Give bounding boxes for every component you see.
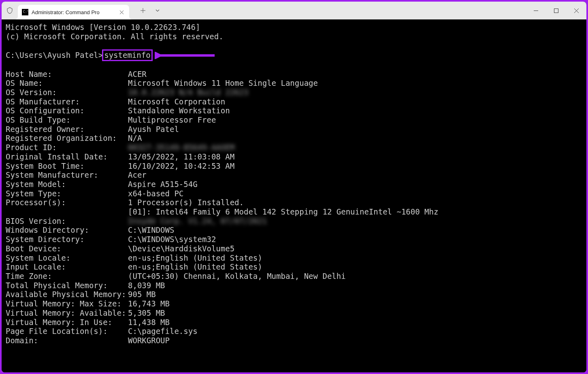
window-controls — [526, 2, 586, 19]
row-label: OS Version: — [6, 88, 128, 97]
output-row: Page File Location(s):C:\pagefile.sys — [6, 327, 582, 336]
row-value: x64-based PC — [128, 189, 183, 198]
output-row: BIOS Version:Insyde Corp. V1.24, 07/07/2… — [6, 217, 582, 226]
row-label: OS Build Type: — [6, 115, 128, 125]
output-row: Registered Owner:Ayush Patel — [6, 125, 582, 134]
output-row: OS Version:10.0.22623 N/A Build 22623 — [6, 88, 582, 97]
row-label: Original Install Date: — [6, 152, 128, 162]
tab-dropdown-button[interactable] — [151, 4, 164, 17]
row-value: en-us;English (United States) — [128, 262, 262, 272]
header-line: Microsoft Windows [Version 10.0.22623.74… — [6, 23, 582, 32]
row-label: Domain: — [6, 336, 128, 345]
row-value: ACER — [128, 70, 147, 79]
row-value: C:\pagefile.sys — [128, 327, 198, 336]
output-row: Virtual Memory: Available:5,305 MB — [6, 308, 582, 318]
output-row: Product ID:00327-35149-85649-AAOEM — [6, 143, 582, 152]
prompt-text: C:\Users\Ayush Patel> — [6, 51, 103, 60]
row-label — [6, 207, 128, 217]
output-row: System Manufacturer:Acer — [6, 170, 582, 180]
row-label: OS Configuration: — [6, 106, 128, 115]
row-value: Standalone Workstation — [128, 106, 230, 115]
row-label: System Locale: — [6, 253, 128, 263]
output-row: Registered Organization:N/A — [6, 134, 582, 143]
output-row: Time Zone:(UTC+05:30) Chennai, Kolkata, … — [6, 272, 582, 281]
svg-text:C:\: C:\ — [23, 10, 28, 14]
row-value: (UTC+05:30) Chennai, Kolkata, Mumbai, Ne… — [128, 272, 346, 281]
output-row: Domain:WORKGROUP — [6, 336, 582, 345]
output-row: OS Manufacturer:Microsoft Corporation — [6, 97, 582, 106]
blank-line — [6, 60, 582, 70]
row-label: Registered Organization: — [6, 134, 128, 143]
output-row: OS Build Type:Multiprocessor Free — [6, 115, 582, 125]
row-label: Processor(s): — [6, 198, 128, 207]
output-row: Virtual Memory: In Use:11,438 MB — [6, 318, 582, 327]
row-value: en-us;English (United States) — [128, 253, 262, 263]
terminal-content[interactable]: Microsoft Windows [Version 10.0.22623.74… — [2, 19, 586, 372]
row-value: Aspire A515-54G — [128, 180, 198, 189]
maximize-button[interactable] — [546, 2, 566, 19]
row-label: Time Zone: — [6, 272, 128, 281]
row-label: Virtual Memory: Max Size: — [6, 299, 128, 308]
row-value: 5,305 MB — [128, 308, 165, 318]
row-label: Registered Owner: — [6, 125, 128, 134]
row-value: 1 Processor(s) Installed. — [128, 198, 244, 207]
row-value: 8,039 MB — [128, 281, 165, 290]
row-value: 905 MB — [128, 290, 156, 299]
row-value: 13/05/2022, 11:03:08 AM — [128, 152, 234, 162]
output-row: Total Physical Memory:8,039 MB — [6, 281, 582, 290]
row-label: BIOS Version: — [6, 217, 128, 226]
output-row: OS Configuration:Standalone Workstation — [6, 106, 582, 115]
row-label: System Boot Time: — [6, 162, 128, 171]
row-value: [01]: Intel64 Family 6 Model 142 Steppin… — [128, 207, 438, 217]
output-row: Boot Device:\Device\HarddiskVolume5 — [6, 244, 582, 253]
output-row: System Directory:C:\WINDOWS\system32 — [6, 235, 582, 244]
row-label: Host Name: — [6, 70, 128, 79]
terminal-window: C:\ Administrator: Command Pro — [2, 2, 586, 372]
row-label: Windows Directory: — [6, 225, 128, 235]
output-row: System Boot Time:16/10/2022, 10:42:53 AM — [6, 162, 582, 171]
row-label: System Directory: — [6, 235, 128, 244]
row-value: 00327-35149-85649-AAOEM — [128, 143, 234, 152]
titlebar: C:\ Administrator: Command Pro — [2, 2, 586, 19]
row-value: Ayush Patel — [128, 125, 179, 134]
row-label: OS Manufacturer: — [6, 97, 128, 106]
svg-rect-2 — [554, 8, 558, 13]
output-row: OS Name:Microsoft Windows 11 Home Single… — [6, 79, 582, 88]
active-tab[interactable]: C:\ Administrator: Command Pro — [18, 5, 129, 19]
new-tab-button[interactable] — [136, 4, 149, 17]
output-row: Processor(s):1 Processor(s) Installed. — [6, 198, 582, 207]
row-value: \Device\HarddiskVolume5 — [128, 244, 234, 253]
row-label: Boot Device: — [6, 244, 128, 253]
row-label: OS Name: — [6, 79, 128, 88]
row-value: Microsoft Corporation — [128, 97, 225, 106]
row-value: N/A — [128, 134, 142, 143]
terminal-icon: C:\ — [22, 9, 28, 15]
output-row: Available Physical Memory:905 MB — [6, 290, 582, 299]
output-row: Virtual Memory: Max Size:16,743 MB — [6, 299, 582, 308]
output-row: System Locale:en-us;English (United Stat… — [6, 253, 582, 263]
systeminfo-output: Host Name:ACEROS Name:Microsoft Windows … — [6, 70, 582, 345]
row-value: Acer — [128, 170, 147, 180]
row-value: WORKGROUP — [128, 336, 170, 345]
output-row: System Model:Aspire A515-54G — [6, 180, 582, 189]
blank-line — [6, 41, 582, 50]
output-row: System Type:x64-based PC — [6, 189, 582, 198]
output-row: Windows Directory:C:\WINDOWS — [6, 225, 582, 235]
row-label: Product ID: — [6, 143, 128, 152]
row-label: System Manufacturer: — [6, 170, 128, 180]
command-highlight: systeminfo — [102, 49, 152, 61]
output-row: [01]: Intel64 Family 6 Model 142 Steppin… — [6, 207, 582, 217]
row-value: C:\WINDOWS — [128, 225, 174, 235]
row-value: C:\WINDOWS\system32 — [128, 235, 216, 244]
row-value: Multiprocessor Free — [128, 115, 216, 125]
tab-close-button[interactable] — [118, 8, 125, 16]
tab-actions — [129, 4, 164, 17]
row-value: 11,438 MB — [128, 318, 170, 327]
minimize-button[interactable] — [526, 2, 546, 19]
row-value: 16,743 MB — [128, 299, 170, 308]
prompt-line: C:\Users\Ayush Patel>systeminfo — [6, 50, 582, 60]
row-value: 16/10/2022, 10:42:53 AM — [128, 162, 234, 171]
row-label: Page File Location(s): — [6, 327, 128, 336]
row-label: Virtual Memory: In Use: — [6, 318, 128, 327]
close-button[interactable] — [566, 2, 586, 19]
